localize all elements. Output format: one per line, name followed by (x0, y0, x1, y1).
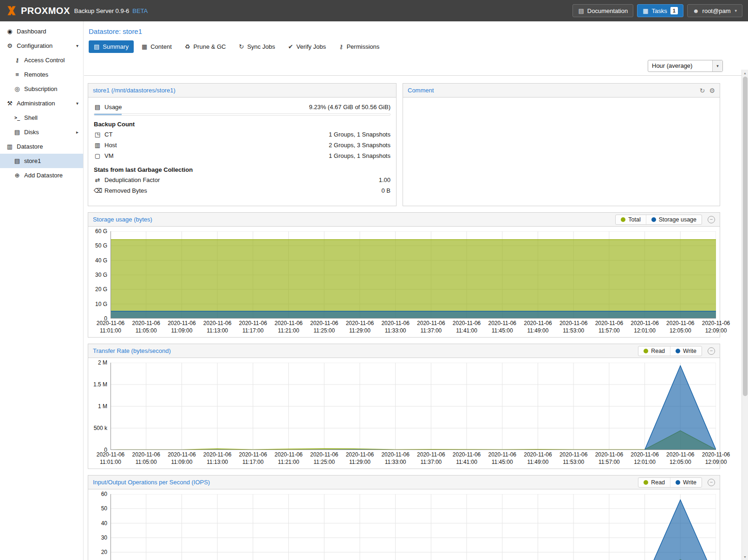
dedup-value: 1.00 (379, 176, 390, 183)
legend-dot-read (644, 349, 648, 353)
key-icon: ⚷ (13, 57, 21, 64)
sidebar-item-datastore[interactable]: ▥ Datastore (0, 139, 83, 154)
legend-item-read[interactable]: Read (638, 346, 670, 356)
scrollbar-thumb[interactable] (743, 77, 748, 396)
content: store1 (/mnt/datastores/store1) ▤ Usage … (84, 76, 748, 560)
scroll-down-icon[interactable]: ▼ (742, 553, 748, 560)
documentation-button[interactable]: ▤ Documentation (572, 4, 633, 17)
legend-dot-write (676, 480, 680, 485)
usage-label: Usage (104, 104, 122, 111)
subscription-icon: ◎ (13, 85, 21, 92)
chevron-down-icon[interactable]: ▾ (76, 43, 78, 48)
tab-verify-jobs[interactable]: ✔ Verify Jobs (283, 40, 331, 53)
sidebar-item-disks[interactable]: ▤ Disks ▸ (0, 125, 83, 139)
database-icon: ▤ (13, 157, 21, 164)
iops-panel: Input/Output Operations per Second (IOPS… (88, 475, 720, 560)
submit-icon[interactable]: ↻ (700, 87, 705, 94)
trash-icon: ⌫ (94, 187, 101, 194)
sidebar-item-access-control[interactable]: ⚷ Access Control (0, 53, 83, 67)
collapse-icon[interactable]: − (708, 479, 715, 486)
user-menu-button[interactable]: ☻ root@pam ▾ (687, 4, 742, 17)
sidebar-item-store1[interactable]: ▤ store1 (0, 154, 83, 168)
gc-stats-title: Stats from last Garbage Collection (94, 166, 390, 173)
vertical-scrollbar[interactable]: ▲ ▼ (741, 70, 748, 560)
vm-label: VM (104, 152, 114, 159)
collapse-icon[interactable]: − (708, 216, 715, 223)
vm-row: ▢ VM 1 Groups, 1 Snapshots (94, 150, 390, 161)
panel-title: store1 (/mnt/datastores/store1) (93, 87, 176, 94)
cube-icon: ◳ (94, 131, 101, 138)
legend-item-total[interactable]: Total (616, 215, 645, 224)
hdd-icon: ▤ (94, 104, 101, 111)
proxmox-logo: PROXMOX (6, 5, 70, 17)
brand-name: PROXMOX (21, 6, 70, 16)
gear-icon[interactable]: ⚙ (709, 87, 715, 94)
tasks-count-badge: 1 (670, 7, 678, 14)
tab-summary[interactable]: ▤ Summary (89, 40, 134, 53)
tab-label: Content (150, 43, 172, 50)
chart-legend: Read Write (638, 346, 702, 356)
datastore-icon: ▥ (6, 143, 14, 150)
tasks-list-icon: ▦ (643, 7, 648, 14)
timerange-select[interactable]: Hour (average) ▾ (648, 60, 723, 72)
panel-title: Comment (408, 87, 434, 94)
sidebar-item-remotes[interactable]: ≡ Remotes (0, 67, 83, 82)
collapse-icon[interactable]: − (708, 347, 715, 355)
sidebar-item-shell[interactable]: >_ Shell (0, 111, 83, 125)
sidebar-item-label: store1 (24, 157, 41, 164)
legend-item-read[interactable]: Read (638, 478, 670, 487)
scroll-up-icon[interactable]: ▲ (742, 70, 748, 76)
removed-bytes-value: 0 B (381, 187, 390, 194)
chevron-down-icon[interactable]: ▾ (76, 101, 78, 106)
comment-body[interactable] (403, 98, 720, 106)
legend-dot-total (621, 217, 625, 222)
usage-meter (94, 113, 390, 116)
legend-item-write[interactable]: Write (670, 478, 702, 487)
sidebar-item-configuration[interactable]: ⚙ Configuration ▾ (0, 39, 83, 53)
comment-panel: Comment ↻ ⚙ (403, 83, 720, 206)
building-icon: ▥ (94, 142, 101, 149)
user-label: root@pam (702, 7, 731, 14)
host-label: Host (104, 142, 117, 149)
host-row: ▥ Host 2 Groups, 3 Snapshots (94, 140, 390, 150)
sidebar-item-dashboard[interactable]: ◉ Dashboard (0, 24, 83, 39)
tab-label: Permissions (346, 43, 379, 50)
sidebar-item-add-datastore[interactable]: ⊕ Add Datastore (0, 168, 83, 182)
tab-permissions[interactable]: ⚷ Permissions (334, 40, 384, 53)
chevron-down-icon[interactable]: ▾ (712, 60, 722, 72)
legend-dot-write (676, 349, 680, 353)
topbar: PROXMOX Backup Server 0.9-6 BETA ▤ Docum… (0, 0, 748, 21)
chart-title: Transfer Rate (bytes/second) (93, 347, 171, 354)
sidebar-item-label: Dashboard (17, 28, 46, 35)
dedup-row: ⇄ Deduplication Factor 1.00 (94, 175, 390, 185)
tasks-button[interactable]: ▦ Tasks 1 (637, 4, 683, 17)
legend-item-write[interactable]: Write (670, 346, 702, 356)
removed-bytes-row: ⌫ Removed Bytes 0 B (94, 185, 390, 196)
product-version: Backup Server 0.9-6 (74, 7, 130, 14)
refresh-icon: ↻ (239, 43, 244, 50)
chart-title: Input/Output Operations per Second (IOPS… (93, 479, 210, 486)
sidebar-item-subscription[interactable]: ◎ Subscription (0, 82, 83, 96)
sidebar-item-administration[interactable]: ⚒ Administration ▾ (0, 96, 83, 111)
secondary-toolbar: Hour (average) ▾ (84, 56, 748, 76)
plus-circle-icon: ⊕ (13, 172, 21, 179)
transfer-rate-chart: 0500 k1 M1.5 M2 M2020-11-0611:01:002020-… (89, 363, 716, 467)
sidebar-item-label: Administration (17, 100, 55, 107)
user-icon: ☻ (693, 7, 699, 14)
legend-dot-read (644, 480, 648, 485)
storage-usage-panel: Storage usage (bytes) Total Storage usag… (88, 212, 720, 338)
tab-sync-jobs[interactable]: ↻ Sync Jobs (234, 40, 280, 53)
server-list-icon: ≡ (13, 71, 21, 78)
chart-legend: Read Write (638, 477, 702, 488)
beta-link[interactable]: BETA (132, 7, 148, 14)
sidebar-item-label: Subscription (24, 85, 58, 92)
tab-content[interactable]: ▦ Content (137, 40, 177, 53)
host-value: 2 Groups, 3 Snapshots (329, 142, 390, 149)
tab-prune-gc[interactable]: ♻ Prune & GC (180, 40, 231, 53)
legend-item-storage-usage[interactable]: Storage usage (646, 215, 702, 224)
usage-row: ▤ Usage 9.23% (4.67 GiB of 50.56 GiB) (94, 102, 390, 112)
check-circle-icon: ✔ (288, 43, 293, 50)
sidebar: ◉ Dashboard ⚙ Configuration ▾ ⚷ Access C… (0, 21, 84, 560)
chevron-right-icon[interactable]: ▸ (76, 130, 78, 135)
page-title: Datastore: store1 (84, 21, 748, 38)
